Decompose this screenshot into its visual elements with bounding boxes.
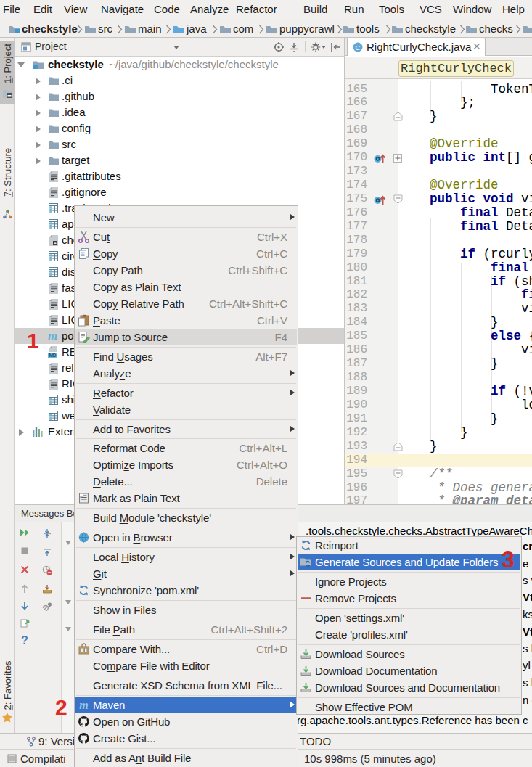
svg-text:C: C bbox=[356, 44, 361, 52]
svg-text:MD: MD bbox=[49, 353, 56, 358]
